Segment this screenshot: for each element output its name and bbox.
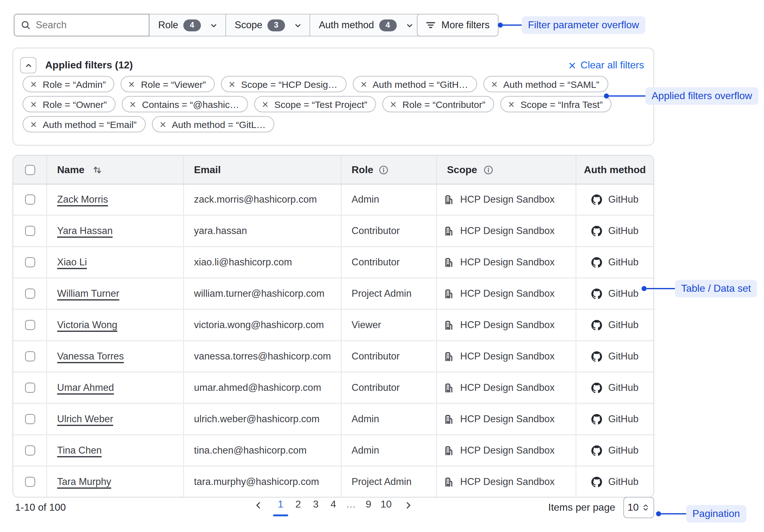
row-checkbox[interactable]: [25, 289, 35, 299]
applied-filter-chip[interactable]: Auth method = “GitH…: [352, 76, 477, 92]
applied-filter-chip[interactable]: Auth method = “Email”: [23, 116, 145, 132]
row-checkbox-cell: [13, 341, 47, 371]
annotation-dot: [656, 511, 661, 516]
pagination-page-10[interactable]: 10: [377, 497, 395, 516]
auth-method-name: GitHub: [608, 476, 639, 487]
user-name-link[interactable]: Xiao Li: [57, 257, 87, 268]
remove-filter-icon[interactable]: [490, 80, 497, 87]
pagination-page-2[interactable]: 2: [289, 497, 307, 516]
applied-filter-chip[interactable]: Auth method = “GitL…: [152, 116, 274, 132]
clear-all-filters-link[interactable]: Clear all filters: [568, 60, 644, 71]
org-building-icon: [443, 225, 454, 236]
remove-filter-icon[interactable]: [30, 80, 37, 87]
user-name-link[interactable]: Ulrich Weber: [57, 413, 113, 425]
column-header-email: Email: [183, 156, 341, 184]
row-checkbox[interactable]: [25, 477, 35, 487]
scope-cell: HCP Design Sandbox: [436, 341, 576, 371]
user-name-link[interactable]: Vanessa Torres: [57, 351, 124, 362]
applied-filters-panel: Applied filters (12) Clear all filters R…: [13, 48, 654, 146]
pagination-page-9[interactable]: 9: [360, 497, 377, 516]
applied-filter-chip[interactable]: Auth method = “SAML”: [483, 76, 608, 92]
scope-name: HCP Design Sandbox: [460, 288, 555, 299]
row-checkbox[interactable]: [25, 414, 35, 424]
applied-filter-chip[interactable]: Role = “Admin”: [23, 76, 114, 92]
remove-filter-icon[interactable]: [128, 80, 135, 87]
user-name-link[interactable]: Yara Hassan: [57, 225, 113, 236]
pagination-page-3[interactable]: 3: [307, 497, 324, 516]
page-list: 1234…910: [272, 497, 395, 516]
row-checkbox[interactable]: [25, 351, 35, 361]
auth-method-name: GitHub: [608, 382, 639, 393]
pagination-page-1[interactable]: 1: [272, 497, 289, 516]
user-name-link[interactable]: Zack Morris: [57, 194, 108, 205]
applied-filter-chip[interactable]: Scope = “Infra Test”: [500, 96, 612, 112]
user-name-link[interactable]: Tara Murphy: [57, 476, 111, 487]
table-row: Tina Chen tina.chen@hashicorp.com Admin …: [13, 434, 654, 466]
row-checkbox-cell: [13, 216, 47, 246]
name-cell: William Turner: [47, 279, 183, 309]
items-per-page-select[interactable]: 10: [623, 497, 654, 518]
select-all-checkbox[interactable]: [25, 165, 35, 175]
user-name-link[interactable]: Victoria Wong: [57, 319, 117, 331]
row-checkbox[interactable]: [25, 383, 35, 393]
scope-name: HCP Design Sandbox: [460, 225, 555, 236]
auth-method-name: GitHub: [608, 288, 639, 299]
applied-filter-chip[interactable]: Contains = “@hashic…: [122, 96, 248, 112]
auth-method-name: GitHub: [608, 225, 639, 236]
role-cell: Project Admin: [341, 279, 436, 309]
scope-cell: HCP Design Sandbox: [436, 435, 576, 466]
search-input-wrapper[interactable]: [14, 14, 149, 36]
github-icon: [591, 257, 602, 268]
user-name-link[interactable]: Tina Chen: [57, 445, 102, 456]
column-header-scope: Scope: [436, 156, 576, 184]
applied-filter-chip[interactable]: Role = “Contributor”: [382, 96, 494, 112]
more-filters-button[interactable]: More filters: [417, 14, 498, 36]
applied-filter-chip[interactable]: Role = “Viewer”: [121, 76, 215, 92]
row-checkbox[interactable]: [25, 226, 35, 236]
row-checkbox[interactable]: [25, 320, 35, 330]
auth-method-cell: GitHub: [576, 185, 654, 214]
scope-filter-dropdown[interactable]: Scope 3: [226, 14, 310, 36]
user-name-link[interactable]: Umar Ahmed: [57, 382, 114, 393]
row-checkbox[interactable]: [25, 195, 35, 204]
search-input[interactable]: [36, 19, 136, 31]
sort-icon[interactable]: [92, 165, 102, 175]
remove-filter-icon[interactable]: [159, 121, 166, 128]
items-per-page-label: Items per page: [548, 502, 615, 513]
auth-method-name: GitHub: [608, 445, 639, 456]
remove-filter-icon[interactable]: [30, 101, 37, 108]
user-name-link[interactable]: William Turner: [57, 288, 119, 299]
role-filter-dropdown[interactable]: Role 4: [149, 14, 226, 36]
column-header-name[interactable]: Name: [47, 156, 183, 184]
remove-filter-icon[interactable]: [390, 101, 397, 108]
github-icon: [591, 414, 602, 424]
row-checkbox-cell: [13, 247, 47, 277]
pagination-page-4[interactable]: 4: [324, 497, 342, 516]
applied-filters-title: Applied filters (12): [45, 60, 133, 71]
annotation-dot: [604, 93, 609, 98]
name-cell: Tina Chen: [47, 435, 183, 466]
info-icon[interactable]: [483, 165, 493, 175]
next-page-button[interactable]: [399, 497, 418, 514]
remove-filter-icon[interactable]: [508, 101, 515, 108]
scope-cell: HCP Design Sandbox: [436, 247, 576, 277]
row-checkbox[interactable]: [25, 446, 35, 456]
scope-name: HCP Design Sandbox: [460, 476, 555, 487]
previous-page-button[interactable]: [249, 497, 268, 514]
info-icon[interactable]: [378, 165, 388, 175]
remove-filter-icon[interactable]: [129, 101, 136, 108]
remove-filter-icon[interactable]: [360, 80, 367, 87]
auth-method-filter-label: Auth method: [319, 19, 374, 31]
applied-filter-chip[interactable]: Scope = “HCP Desig…: [221, 76, 346, 92]
annotation-line: [503, 25, 522, 26]
row-checkbox[interactable]: [25, 257, 35, 267]
search-icon: [21, 20, 31, 30]
role-filter-count-badge: 4: [183, 19, 201, 31]
auth-method-filter-dropdown[interactable]: Auth method 4: [310, 14, 422, 36]
applied-filter-chip[interactable]: Scope = “Test Project”: [254, 96, 376, 112]
remove-filter-icon[interactable]: [262, 101, 269, 108]
remove-filter-icon[interactable]: [229, 80, 235, 87]
collapse-panel-button[interactable]: [20, 57, 36, 73]
remove-filter-icon[interactable]: [30, 121, 37, 128]
applied-filter-chip[interactable]: Role = “Owner”: [23, 96, 115, 112]
